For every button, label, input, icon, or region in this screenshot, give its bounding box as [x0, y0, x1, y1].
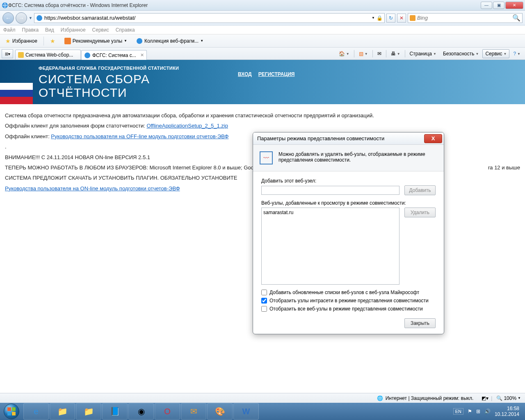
back-button[interactable]: ← [2, 12, 14, 24]
minimize-button[interactable]: — [481, 2, 492, 9]
home-icon: 🏠 [339, 51, 345, 57]
mail-button[interactable]: ✉ [374, 49, 384, 58]
taskbar-opera[interactable]: O [155, 403, 180, 420]
system-tray: EN ⚑ ⊞ 🔊 16:58 10.12.2014 [453, 406, 523, 418]
add-favorite-button[interactable]: ★ [47, 36, 58, 46]
svg-rect-4 [7, 407, 11, 411]
tab-1[interactable]: ФСГС: Система с... ✕ [81, 50, 147, 60]
search-input[interactable] [417, 15, 511, 21]
taskbar-chrome[interactable]: ◉ [128, 403, 154, 420]
dialog-info: 〰 Можно добавлять и удалять веб-узлы, от… [253, 145, 444, 171]
tray-clock[interactable]: 16:58 10.12.2014 [495, 406, 519, 418]
menu-help[interactable]: Справка [116, 27, 135, 33]
chk-all-sites[interactable] [261, 306, 267, 312]
browsers-text-b: ra 12 и выше [488, 163, 520, 172]
feeds-button[interactable]: ▧▼ [356, 49, 371, 58]
tray-volume-icon[interactable]: 🔊 [484, 409, 491, 414]
window-close-button[interactable]: ✕ [505, 2, 523, 9]
protected-mode-icon[interactable]: ◩▾ [482, 395, 488, 401]
window-title: ФСГС: Система сбора отчётности - Windows… [8, 2, 481, 8]
language-indicator[interactable]: EN [453, 408, 463, 415]
dialog-close-button[interactable]: X [424, 134, 442, 143]
page-banner: ФЕДЕРАЛЬНАЯ СЛУЖБА ГОСУДАРСТВЕННОЙ СТАТИ… [0, 60, 525, 104]
taskbar-ie[interactable]: e [23, 403, 49, 420]
paint-icon: 🎨 [215, 406, 225, 416]
tools-menu[interactable]: Сервис▼ [482, 49, 509, 58]
address-bar[interactable]: ▼ 🔒 [34, 13, 385, 23]
add-button[interactable]: Добавить [404, 185, 436, 195]
chk-intranet[interactable] [261, 298, 267, 304]
taskbar-paint[interactable]: 🎨 [207, 403, 233, 420]
refresh-button[interactable]: ↻ [386, 14, 395, 23]
favorites-button[interactable]: ★ Избранное [2, 36, 40, 46]
url-input[interactable] [44, 15, 370, 21]
online-guide-link[interactable]: Руководства пользователя на ON-line моду… [5, 185, 180, 192]
offline-client-label2: Оффлайн клиент: [5, 133, 51, 139]
chevron-down-icon: ▼ [518, 396, 521, 400]
login-link[interactable]: ВХОД [238, 71, 252, 77]
close-button[interactable]: Закрыть [404, 318, 436, 328]
maximize-button[interactable]: ▣ [493, 2, 504, 9]
offline-setup-link[interactable]: OfflineApplicationSetup_2_5_1.zip [146, 123, 228, 129]
register-link[interactable]: РЕГИСТРАЦИЯ [258, 71, 295, 77]
menu-view[interactable]: Вид [45, 27, 54, 33]
search-box[interactable]: 🔍 [408, 13, 523, 23]
svg-point-2 [137, 38, 142, 44]
nav-bar: ← → ▼ ▼ 🔒 ↻ ✕ 🔍 [0, 11, 525, 25]
dialog-info-text: Можно добавлять и удалять веб-узлы, отоб… [278, 151, 437, 164]
safety-menu[interactable]: Безопасность▼ [440, 49, 482, 58]
tab-icon [18, 52, 24, 58]
recommended-sites[interactable]: Рекомендуемые узлы ▼ [62, 36, 130, 46]
tab-icon [84, 52, 91, 59]
start-button[interactable] [0, 403, 23, 420]
page-menu[interactable]: Страница▼ [407, 49, 439, 58]
dialog-titlebar[interactable]: Параметры режима представления совместим… [253, 132, 444, 145]
home-button[interactable]: 🏠▼ [336, 49, 352, 58]
list-item[interactable]: samarastat.ru [263, 210, 397, 215]
stop-button[interactable]: ✕ [397, 14, 406, 23]
chrome-icon: ◉ [138, 406, 145, 416]
dropdown-arrow-icon[interactable]: ▼ [29, 16, 32, 20]
print-button[interactable]: 🖶▼ [388, 49, 403, 58]
mail-icon: ✉ [377, 51, 381, 57]
favorites-label: Избранное [12, 38, 37, 44]
forward-button[interactable]: → [16, 12, 27, 24]
close-tab-icon[interactable]: ✕ [140, 52, 144, 58]
taskbar-folder2[interactable]: 📁 [76, 403, 101, 420]
dropdown-icon[interactable]: ▼ [372, 16, 375, 20]
svg-point-1 [37, 15, 42, 21]
page-label: Страница [410, 51, 432, 57]
quick-tabs-button[interactable]: ⊞▾ [2, 49, 13, 58]
sites-listbox[interactable]: samarastat.ru [261, 208, 399, 285]
compat-view-icon: 〰 [260, 151, 273, 164]
favorites-bar: ★ Избранное ★ Рекомендуемые узлы ▼ Колле… [0, 34, 525, 48]
taskbar-word[interactable]: W [233, 403, 259, 420]
add-site-input[interactable] [261, 186, 399, 195]
offline-guide-link[interactable]: Руководство пользователя на OFF-line мод… [51, 133, 228, 139]
help-button[interactable]: ?▼ [510, 49, 523, 58]
menu-favorites[interactable]: Избранное [61, 27, 86, 33]
taskbar-outlook[interactable]: ✉ [181, 403, 206, 420]
chevron-down-icon: ▼ [200, 39, 203, 43]
window-titlebar: ФСГС: Система сбора отчётности - Windows… [0, 0, 525, 11]
menu-tools[interactable]: Сервис [92, 27, 109, 33]
tray-network-icon[interactable]: ⊞ [476, 409, 480, 414]
search-icon[interactable]: 🔍 [512, 14, 520, 22]
zoom-control[interactable]: 🔍 100% ▼ [495, 395, 523, 401]
chk-microsoft-list[interactable] [261, 290, 267, 295]
service-label: Сервис [485, 51, 502, 57]
svg-rect-5 [12, 407, 16, 411]
taskbar-explorer[interactable]: 📁 [50, 403, 75, 420]
remove-button[interactable]: Удалить [404, 208, 436, 217]
windows-logo-icon [4, 404, 19, 419]
folder-icon: 📁 [57, 406, 68, 416]
menu-file[interactable]: Файл [3, 27, 16, 33]
tab-0[interactable]: Система Web-сбор... [15, 50, 81, 59]
taskbar-task[interactable]: 📘 [102, 403, 128, 420]
tab-bar: ⊞▾ Система Web-сбор... ФСГС: Система с..… [0, 48, 525, 60]
web-fragments[interactable]: Коллекция веб-фрагм... ▼ [133, 36, 206, 46]
folder-icon: 📁 [84, 406, 94, 416]
help-icon: ? [513, 51, 516, 57]
menu-edit[interactable]: Правка [22, 27, 39, 33]
tray-flag-icon[interactable]: ⚑ [468, 409, 472, 414]
